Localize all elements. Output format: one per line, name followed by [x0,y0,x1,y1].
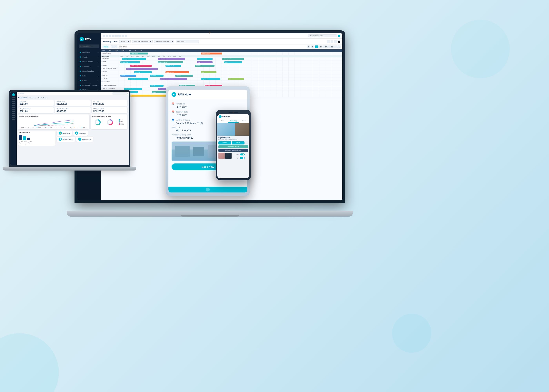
sidebar-item-accounting[interactable]: Accounting › [77,64,101,69]
tb-btn-2[interactable] [106,35,108,37]
bar-ekav03-budway[interactable]: Budway 480.00 [160,78,187,80]
today-button[interactable]: Today [102,45,109,48]
bar-ees02-2[interactable]: Ragnar 700.00 [165,65,181,67]
next-arrow[interactable]: › [114,45,117,49]
sl-nav-5[interactable] [12,105,15,106]
bar-ekav02-1[interactable]: Forestie [120,75,136,77]
sl-nav-4[interactable] [12,103,15,104]
tab-future[interactable]: Future [239,119,249,123]
reservation-search-input[interactable] [308,34,337,37]
bar-eps02-1[interactable]: Room 545.25 [124,88,142,90]
charts-arrow-icon: › [98,56,99,58]
zoom-7[interactable]: 7 [311,45,314,48]
tb-btn-4[interactable] [112,35,114,37]
sl-nav-11[interactable] [12,117,15,118]
sidebar-item-eom[interactable]: EOM › [77,73,101,78]
prev-arrow[interactable]: ‹ [111,45,114,49]
complete-checkin-button[interactable]: Completes Check-In [218,145,248,148]
status-filter-dropdown[interactable]: Reservation Status [154,40,174,43]
bar-ees02-3[interactable]: Freeman 5 [195,65,214,67]
sl-nav-9[interactable] [12,113,15,114]
toggle-1[interactable] [240,154,245,155]
bar-lodge[interactable]: Lodge [197,58,212,60]
phone-menu-icon[interactable]: ☰ [246,116,248,118]
sign-form-button[interactable]: Sign (DMS) Disclaimer form [218,149,248,152]
bar-ees01-3[interactable]: Palo [197,61,212,63]
tab-present[interactable]: Present (2) [228,119,239,123]
menu-search-input[interactable] [79,44,99,48]
zoom-180[interactable]: 180 [335,45,341,48]
sl-tb-2[interactable] [20,93,21,94]
tb-icon-user[interactable] [338,35,340,37]
tab-past[interactable]: Past [217,119,228,123]
bar-tucker[interactable]: Tucker 1225.00 [158,58,185,60]
tb-btn-8[interactable] [125,35,127,37]
sl-tb-1[interactable] [18,93,19,94]
bc-icon-2[interactable] [331,40,333,43]
row-label-sunset: Sunset Cabin [101,57,119,61]
bar-ekav01-parley[interactable]: Parley 495.00 [165,71,189,73]
audit-trail-button[interactable]: 📋 Audit Trail [73,131,88,136]
bar-ees01-4[interactable]: Haul [224,61,242,63]
sl-tb-3[interactable] [22,93,24,94]
zoom-1[interactable]: 1 [307,45,310,48]
sl-search[interactable] [112,92,128,94]
bar-ees01-2[interactable]: Canyon Trail 145 [158,61,183,63]
bar-green-1[interactable]: Grease 225.00 [222,58,244,60]
sidebar-item-housekeeping[interactable]: Housekeeping › [77,69,101,73]
sl-nav-10[interactable] [12,115,15,116]
bar-ees02-foster[interactable]: Foster 525.00 [130,65,152,67]
zoom-30[interactable]: 30 [319,45,323,48]
zoom-14[interactable]: 14 [315,45,318,48]
extras-button[interactable]: Extras [232,141,245,144]
night-audit-button[interactable]: 🌙 Night Audit [57,131,72,136]
sl-property-badge[interactable]: Rancho Relax [37,97,48,99]
phone-more-icon[interactable]: … [245,141,248,144]
tb-btn-3[interactable] [109,35,111,37]
bc-icon-close[interactable]: ✕ [338,40,340,43]
event-bar-school-holidays[interactable]: School Holidays [201,53,222,55]
bar-ekav01-paro[interactable]: Paro 9.00 [134,71,152,73]
monthly-total-value: $10,435.00 [56,103,89,105]
zoom-60[interactable]: 60 [323,45,329,48]
bar-eps01-hardy[interactable]: Hardy 5 [150,85,163,87]
filter-input[interactable] [176,40,199,43]
sl-nav-1[interactable] [12,97,15,98]
tb-btn-6[interactable] [119,35,121,37]
sl-nav-2[interactable] [12,99,15,100]
zoom-90[interactable]: 90 [329,45,335,48]
bar-ees03-rustle[interactable]: Rustle [126,68,158,70]
balance-filter-dropdown[interactable]: Last Name Balance [132,40,153,43]
debtors-ledger-button[interactable]: 📄 Debtors Ledger [57,137,75,142]
bc-icon-3[interactable] [334,40,337,43]
sl-section-badge[interactable]: Financial [29,97,36,99]
sl-nav-6[interactable] [12,107,15,108]
bar-ekav02-3[interactable]: Par 3.30 [175,75,193,77]
daily-charge-button[interactable]: ⚡ Daily Charge [76,137,93,142]
bar-ekav01-haul[interactable]: Haul [201,71,217,73]
property-dropdown[interactable]: RMSU [119,40,131,43]
sl-nav-7[interactable] [12,109,15,110]
sl-nav-3[interactable] [12,101,15,102]
bc-icon-1[interactable] [327,40,330,43]
sidebar-item-reservations[interactable]: Reservations › [77,59,101,64]
bar-ekav02-paro[interactable]: Paro 9.00 [150,75,163,77]
sidebar-item-reports[interactable]: Reports › [77,78,101,83]
payment-button[interactable]: Payment [218,141,231,144]
toggle-2[interactable] [240,157,245,159]
sl-nav-8[interactable] [12,111,15,112]
bar-ees01-1[interactable]: Orca 195.00 [120,61,140,63]
tb-btn-5[interactable] [115,35,118,37]
tb-btn-1[interactable] [103,35,105,37]
sidebar-item-asset[interactable]: Asset Maintenance › [77,83,101,88]
bar-ekav03-paro[interactable]: Paro 9.30 [128,78,148,80]
bar-ekav03-borg[interactable]: Borg 4 34.00 [201,78,220,80]
bar-orca[interactable]: Orca 1525.00 [122,58,146,60]
sl-nav-12[interactable] [12,119,15,119]
sidebar-item-dashboard[interactable]: Dashboard › [77,50,101,55]
legend-color-b-rooms-ly [61,128,62,128]
sidebar-item-charts[interactable]: Charts › [77,55,101,59]
tb-btn-7[interactable] [122,35,124,37]
bar-ekav03-4[interactable]: Aph 4 [228,78,244,80]
event-bar-local-festival[interactable]: Local Festival [130,53,148,55]
